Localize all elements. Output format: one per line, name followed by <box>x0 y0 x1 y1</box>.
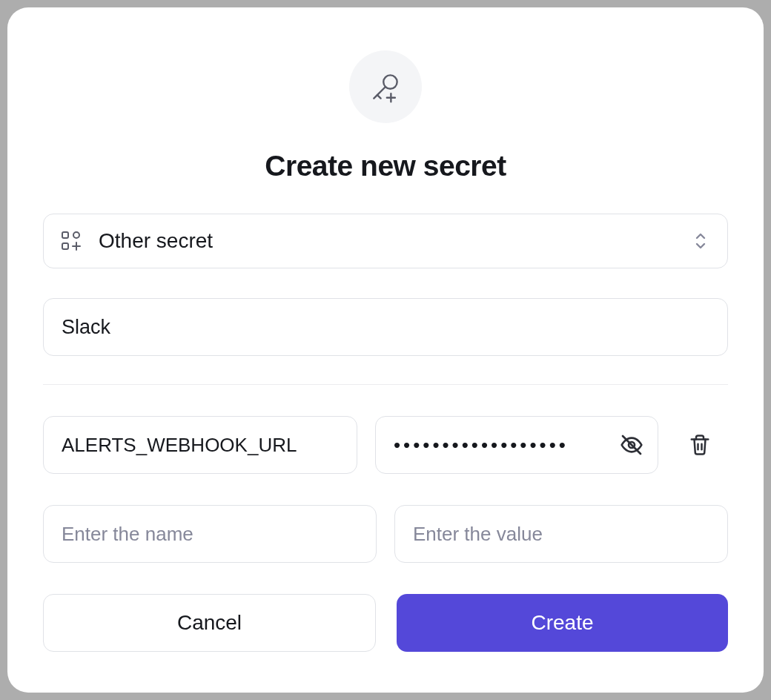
chevron-up-down-icon <box>693 230 708 252</box>
secret-type-label: Other secret <box>99 229 711 253</box>
eye-off-icon[interactable] <box>618 432 645 458</box>
trash-icon[interactable] <box>686 432 713 458</box>
grid-plus-icon <box>60 230 82 252</box>
svg-rect-1 <box>62 232 68 238</box>
svg-point-2 <box>73 232 79 238</box>
key-plus-icon <box>349 50 422 123</box>
secret-type-selector[interactable]: Other secret <box>43 214 728 268</box>
entry-key-input[interactable] <box>43 416 357 474</box>
entry-key-input[interactable] <box>43 505 377 563</box>
create-button[interactable]: Create <box>397 594 728 652</box>
create-secret-dialog: Create new secret Other secret <box>7 7 764 693</box>
entry-value-wrap <box>375 416 658 474</box>
dialog-title: Create new secret <box>265 150 506 182</box>
svg-rect-3 <box>62 243 68 249</box>
secret-entry-row <box>43 505 728 563</box>
divider <box>43 384 728 385</box>
secret-name-input[interactable] <box>43 298 728 356</box>
entry-value-input[interactable] <box>375 416 658 474</box>
dialog-buttons: Cancel Create <box>43 594 728 652</box>
dialog-header: Create new secret <box>43 50 728 182</box>
secret-entry-row <box>43 416 728 474</box>
cancel-button[interactable]: Cancel <box>43 594 376 652</box>
entry-value-input[interactable] <box>394 505 728 563</box>
